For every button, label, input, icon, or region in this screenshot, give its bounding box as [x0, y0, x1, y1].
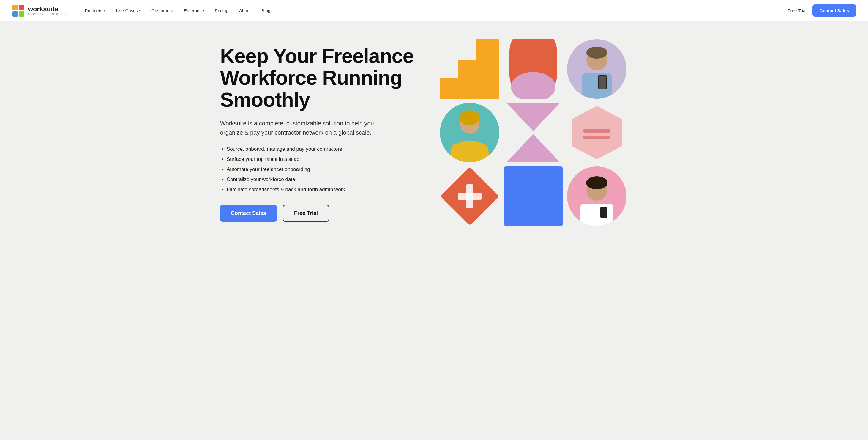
hero-buttons: Contact Sales Free Trial	[220, 205, 428, 222]
person-circle-woman	[440, 103, 499, 162]
navigation: worksuite FORMERLY SHORTLIST.CO Products…	[0, 0, 868, 21]
list-item: Centralize your workforce data	[227, 176, 428, 183]
hero-title: Keep Your Freelance Workforce Running Sm…	[220, 45, 428, 111]
hero-section: Keep Your Freelance Workforce Running Sm…	[196, 21, 672, 244]
nav-customers[interactable]: Customers	[147, 6, 178, 16]
orange-diamond-svg	[440, 167, 499, 226]
nav-links: Products ▾ Use Cases ▾ Customers Enterpr…	[80, 6, 788, 16]
hero-bullets-list: Source, onboard, manage and pay your con…	[220, 146, 428, 193]
nav-blog[interactable]: Blog	[257, 6, 275, 16]
yellow-stair-shape	[440, 39, 499, 99]
man-avatar-svg	[567, 39, 626, 99]
svg-marker-4	[440, 39, 499, 99]
logo-icon	[12, 4, 25, 17]
svg-rect-28	[581, 204, 613, 226]
orange-semi-shape	[503, 39, 563, 99]
list-item: Automate your freelancer onboarding	[227, 166, 428, 173]
svg-rect-2	[12, 11, 18, 17]
color-shapes-svg	[503, 39, 563, 99]
pink-hexagon-shape	[567, 103, 626, 162]
svg-rect-9	[582, 74, 612, 99]
svg-rect-24	[458, 193, 482, 200]
svg-rect-11	[599, 76, 606, 89]
list-item: Eliminate spreadsheets & back-and-forth …	[227, 186, 428, 193]
pink-hex-svg	[567, 103, 626, 162]
nav-use-cases[interactable]: Use Cases ▾	[112, 6, 146, 16]
svg-rect-1	[19, 5, 24, 10]
svg-rect-3	[19, 11, 24, 17]
person-circle-man	[567, 39, 626, 99]
svg-rect-0	[12, 5, 18, 10]
orange-diamond-shape	[440, 167, 499, 226]
svg-marker-18	[506, 134, 560, 162]
chevron-down-icon: ▾	[139, 9, 141, 12]
nav-about[interactable]: About	[235, 6, 255, 16]
logo[interactable]: worksuite FORMERLY SHORTLIST.CO	[12, 4, 66, 17]
logo-title: worksuite	[28, 6, 66, 12]
man2-avatar-svg	[567, 167, 626, 226]
svg-rect-29	[600, 207, 607, 218]
svg-point-8	[586, 47, 607, 59]
svg-rect-20	[583, 129, 610, 133]
hero-free-trial-button[interactable]: Free Trial	[283, 205, 329, 222]
list-item: Source, onboard, manage and pay your con…	[227, 146, 428, 153]
hero-subtitle: Worksuite is a complete, customizable so…	[220, 119, 393, 137]
pink-shapes-svg	[503, 103, 563, 162]
nav-pricing[interactable]: Pricing	[210, 6, 233, 16]
svg-rect-21	[583, 136, 610, 139]
nav-products[interactable]: Products ▾	[80, 6, 110, 16]
blue-rectangle-shape	[503, 167, 563, 226]
svg-point-14	[460, 110, 480, 125]
nav-right: Free Trial Contact Sales	[787, 4, 856, 17]
hero-content: Keep Your Freelance Workforce Running Sm…	[220, 39, 428, 222]
chevron-down-icon: ▾	[104, 9, 105, 12]
yellow-stair-svg	[440, 39, 499, 99]
nav-enterprise[interactable]: Enterprise	[179, 6, 209, 16]
list-item: Surface your top talent in a snap	[227, 156, 428, 163]
pink-hourglass-shapes	[503, 103, 563, 162]
nav-free-trial-link[interactable]: Free Trial	[787, 8, 806, 13]
hero-collage	[440, 39, 626, 226]
hero-contact-sales-button[interactable]: Contact Sales	[220, 205, 277, 222]
logo-subtitle: FORMERLY SHORTLIST.CO	[28, 12, 66, 16]
person-circle-man2	[567, 167, 626, 226]
svg-point-27	[586, 176, 608, 189]
svg-marker-17	[506, 103, 560, 131]
nav-contact-sales-button[interactable]: Contact Sales	[812, 4, 856, 17]
woman-avatar-svg	[440, 103, 499, 162]
